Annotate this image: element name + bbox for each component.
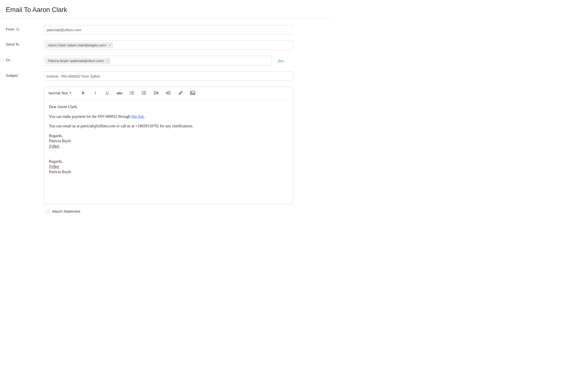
image-button[interactable] — [188, 89, 197, 96]
sig-company: Zylker — [49, 164, 59, 168]
text-format-dropdown[interactable]: Normal Text — [48, 91, 71, 95]
sig-name: Patricia Boyle — [49, 170, 71, 174]
from-label: From — [6, 27, 14, 31]
body-line-payment: You can make payment for the INV-000052 … — [49, 114, 288, 119]
svg-rect-22 — [190, 91, 195, 94]
ordered-list-button[interactable] — [127, 89, 136, 96]
chevron-down-icon — [69, 93, 71, 94]
cc-input[interactable]: Patricia Boyle <patriciab@zillum.com> ✕ — [44, 56, 272, 66]
underline-button[interactable]: U — [103, 89, 112, 96]
outdent-button[interactable] — [152, 89, 161, 96]
unordered-list-button[interactable] — [140, 89, 148, 96]
cc-chip-text: Patricia Boyle <patriciab@zillum.com> — [48, 59, 104, 63]
send-to-label: Send To — [6, 42, 19, 46]
subject-input[interactable] — [46, 74, 290, 78]
cc-label: Cc — [6, 58, 10, 62]
body-greeting: Dear Aaron Clark, — [49, 104, 288, 109]
italic-button[interactable]: I — [91, 89, 100, 96]
indent-button[interactable] — [164, 89, 173, 96]
from-value: patriciab@zillum.com — [46, 28, 81, 32]
editor-toolbar: Normal Text B I U abc — [44, 87, 293, 99]
text-format-label: Normal Text — [48, 91, 68, 95]
cc-chip[interactable]: Patricia Boyle <patriciab@zillum.com> ✕ — [45, 58, 111, 64]
subject-label: Subject — [6, 73, 18, 78]
from-input[interactable]: patriciab@zillum.com — [44, 25, 293, 34]
send-to-input[interactable]: Aaron Clark <adam-clark@angels.com> ✕ — [44, 40, 293, 50]
svg-point-9 — [142, 93, 143, 94]
signature-block: Regards, Zylker Patricia Boyle — [49, 159, 288, 175]
bold-button[interactable]: B — [79, 89, 88, 96]
body-text: You can make payment for the INV-000052 … — [49, 114, 131, 118]
svg-point-8 — [142, 92, 143, 92]
svg-text:?: ? — [17, 28, 19, 31]
recipient-chip[interactable]: Aaron Clark <adam-clark@angels.com> ✕ — [45, 42, 113, 48]
email-body-editor[interactable]: Dear Aaron Clark, You can make payment f… — [44, 99, 293, 204]
bcc-link[interactable]: Bcc — [278, 59, 284, 63]
svg-point-10 — [142, 94, 143, 94]
attach-statement-checkbox[interactable] — [46, 210, 49, 213]
signature-block: Regards, Patricia Boyle Zylker — [49, 133, 288, 149]
close-icon[interactable]: ✕ — [109, 44, 111, 47]
sig-company: Zylker — [49, 144, 59, 148]
close-icon[interactable]: ✕ — [106, 59, 109, 62]
sig-name: Patricia Boyle — [49, 139, 71, 143]
page-title: Email To Aaron Clark — [6, 6, 325, 14]
link-button[interactable] — [176, 89, 185, 96]
payment-link[interactable]: this link — [131, 114, 144, 118]
recipient-chip-text: Aaron Clark <adam-clark@angels.com> — [48, 43, 107, 47]
body-text: . — [144, 114, 145, 118]
subject-field-wrap — [44, 71, 293, 81]
sig-regards: Regards, — [49, 159, 63, 163]
body-line-contact: You can email us at patriciab@zillum.com… — [49, 123, 288, 129]
strikethrough-button[interactable]: abc — [115, 89, 124, 96]
help-icon[interactable]: ? — [16, 27, 20, 31]
attach-statement-label: Attach Statement — [52, 209, 80, 213]
sig-regards: Regards, — [49, 134, 63, 138]
